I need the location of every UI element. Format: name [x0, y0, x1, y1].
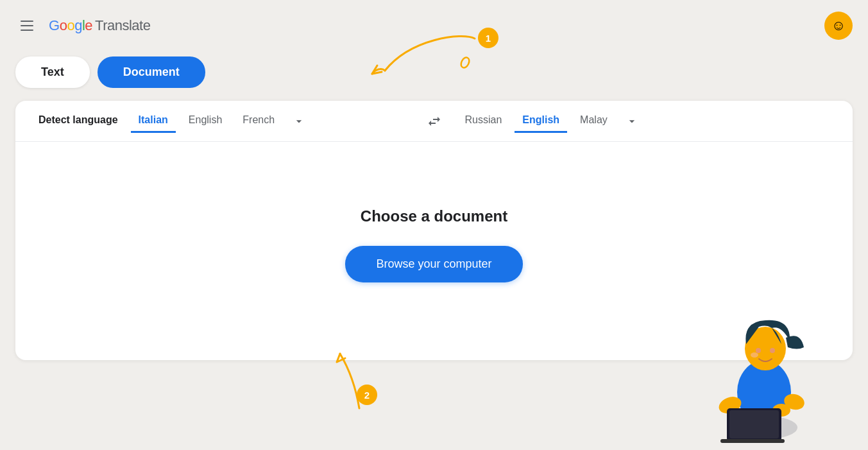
svg-point-14: [751, 352, 758, 358]
source-lang-english[interactable]: English: [181, 109, 230, 133]
source-lang-more-button[interactable]: [287, 112, 311, 130]
tab-text[interactable]: Text: [15, 56, 90, 88]
annotation-badge-1: 1: [478, 28, 498, 48]
svg-point-13: [770, 348, 775, 353]
mode-tabs: Text Document: [0, 51, 868, 101]
annotation-badge-2: 2: [357, 385, 377, 405]
svg-rect-9: [720, 439, 785, 443]
target-lang-more-button[interactable]: [620, 112, 643, 130]
source-lang-italian[interactable]: Italian: [131, 109, 176, 133]
target-language-section: Russian English Malay: [457, 109, 838, 133]
person-illustration: [682, 309, 849, 450]
swap-languages-button[interactable]: [411, 114, 457, 129]
detect-language-option[interactable]: Detect language: [31, 109, 126, 133]
browse-computer-button[interactable]: Browse your computer: [345, 246, 522, 282]
target-lang-russian[interactable]: Russian: [457, 109, 510, 133]
choose-document-title: Choose a document: [361, 207, 507, 225]
source-lang-french[interactable]: French: [235, 109, 282, 133]
menu-button[interactable]: [15, 15, 38, 36]
language-bar: Detect language Italian English French R…: [15, 101, 853, 142]
svg-rect-8: [729, 410, 779, 438]
user-avatar[interactable]: ☺: [824, 12, 853, 40]
app-header: Google Translate ☺: [0, 0, 868, 51]
target-lang-malay[interactable]: Malay: [572, 109, 615, 133]
google-logo: Google Translate: [49, 17, 150, 34]
tab-document[interactable]: Document: [98, 56, 205, 88]
source-language-section: Detect language Italian English French: [31, 109, 411, 133]
target-lang-english[interactable]: English: [515, 109, 567, 133]
svg-point-12: [756, 348, 761, 353]
